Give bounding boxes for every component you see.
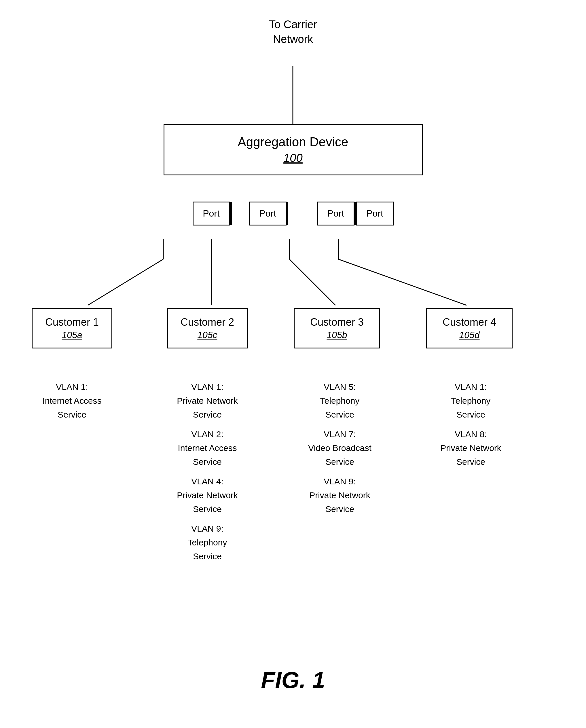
customer-2-vlan-info: VLAN 1: Private NetworkService VLAN 2: I… xyxy=(156,380,259,563)
customer-3-id: 105b xyxy=(300,330,373,340)
customer-1-vlan-1: VLAN 1: Internet AccessService xyxy=(23,380,121,422)
customer-2-vlan-4: VLAN 4: Private NetworkService xyxy=(156,474,259,516)
agg-device-number: 100 xyxy=(179,152,407,164)
customer-4-name: Customer 4 xyxy=(433,316,506,328)
port-divider-2 xyxy=(287,202,288,225)
figure-label: FIG. 1 xyxy=(261,667,325,694)
agg-device-title: Aggregation Device xyxy=(179,135,407,149)
customer-1-id: 105a xyxy=(38,330,106,340)
svg-line-6 xyxy=(289,259,336,305)
customer-3-name: Customer 3 xyxy=(300,316,373,328)
port-1: Port xyxy=(193,202,230,226)
port-3: Port xyxy=(317,202,354,226)
customer-3-box: Customer 3 105b xyxy=(294,308,380,348)
customer-4-vlan-8: VLAN 8: Private NetworkService xyxy=(418,427,524,469)
aggregation-device-box: Aggregation Device 100 xyxy=(164,124,423,175)
svg-line-2 xyxy=(88,259,163,305)
customer-2-vlan-1: VLAN 1: Private NetworkService xyxy=(156,380,259,422)
ports-row: Port Port Port Port xyxy=(193,202,394,226)
customer-1-name: Customer 1 xyxy=(38,316,106,328)
diagram-container: To Carrier Network Aggregation Device 10… xyxy=(0,0,586,728)
carrier-line2: Network xyxy=(269,32,317,47)
customer-3-vlan-9: VLAN 9: Private NetworkService xyxy=(285,474,395,516)
customer-4-vlan-1: VLAN 1: TelephonyService xyxy=(418,380,524,422)
carrier-network-label: To Carrier Network xyxy=(269,17,317,47)
customer-4-vlan-info: VLAN 1: TelephonyService VLAN 8: Private… xyxy=(418,380,524,469)
port-4: Port xyxy=(356,202,394,226)
customer-4-box: Customer 4 105d xyxy=(426,308,512,348)
port-2: Port xyxy=(249,202,287,226)
customer-2-vlan-2: VLAN 2: Internet AccessService xyxy=(156,427,259,469)
svg-line-8 xyxy=(338,259,467,305)
port-divider-1 xyxy=(230,202,232,225)
customer-3-vlan-5: VLAN 5: TelephonyService xyxy=(285,380,395,422)
carrier-line1: To Carrier xyxy=(269,17,317,32)
customer-1-box: Customer 1 105a xyxy=(32,308,112,348)
customer-2-box: Customer 2 105c xyxy=(167,308,248,348)
customer-3-vlan-7: VLAN 7: Video BroadcastService xyxy=(285,427,395,469)
customer-1-vlan-info: VLAN 1: Internet AccessService xyxy=(23,380,121,422)
c1-v1-service: Internet AccessService xyxy=(42,396,101,419)
customer-2-vlan-9: VLAN 9: TelephonyService xyxy=(156,522,259,563)
customer-4-id: 105d xyxy=(433,330,506,340)
customer-2-id: 105c xyxy=(174,330,241,340)
customer-2-name: Customer 2 xyxy=(174,316,241,328)
customer-3-vlan-info: VLAN 5: TelephonyService VLAN 7: Video B… xyxy=(285,380,395,516)
